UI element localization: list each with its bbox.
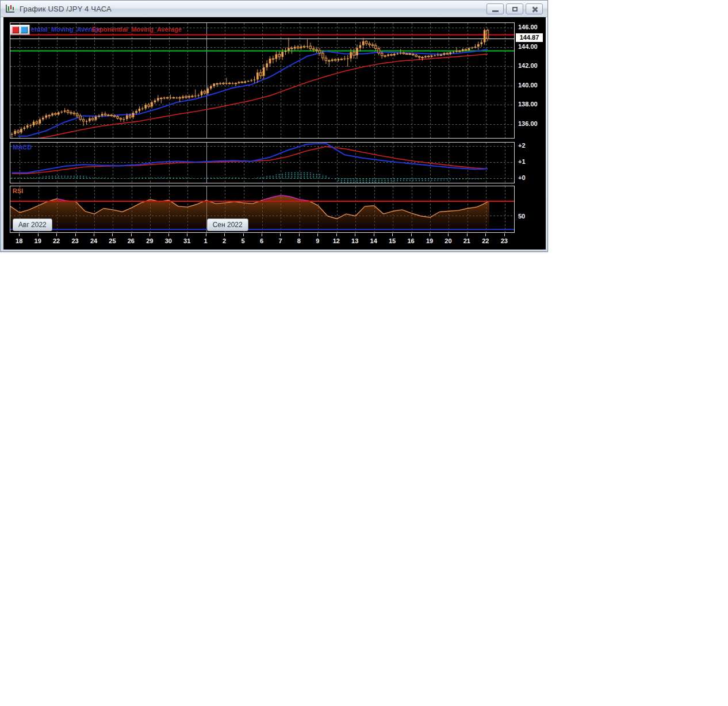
- date-tick-label: 24: [90, 237, 97, 244]
- ma-fast-legend: ential_Moving_Average: [31, 26, 101, 33]
- date-tick: [150, 233, 150, 236]
- date-tick: [38, 233, 39, 236]
- date-tick-label: 18: [16, 237, 22, 244]
- ma-slow-legend: Exponential_Moving_Average: [92, 26, 182, 33]
- date-tick: [448, 233, 449, 236]
- date-tick-label: 1: [204, 237, 208, 244]
- date-tick-label: 9: [316, 237, 319, 244]
- date-tick: [280, 233, 281, 236]
- date-tick-label: 31: [183, 237, 190, 244]
- date-tick: [94, 233, 94, 236]
- date-tick: [374, 233, 374, 236]
- chart-app-icon: [5, 4, 16, 13]
- rsi-tick-label: 50: [518, 213, 525, 220]
- date-tick-label: 26: [128, 237, 135, 244]
- date-tick-label: 19: [426, 237, 433, 244]
- window-title: График USD /JPY 4 ЧАСА: [20, 5, 112, 13]
- date-tick-label: 30: [165, 237, 172, 244]
- macd-panel: MACD: [10, 142, 515, 183]
- price-tick-label: 140.00: [518, 82, 538, 89]
- date-tick: [504, 233, 505, 236]
- date-tick: [243, 233, 244, 236]
- date-tick: [485, 233, 486, 236]
- chart-window: График USD /JPY 4 ЧАСА ential_Moving_Ave…: [0, 0, 548, 252]
- date-tick: [75, 233, 76, 236]
- price-tick-label: 142.00: [518, 62, 538, 69]
- date-tick-label: 14: [370, 237, 377, 244]
- month-button-sep[interactable]: Сен 2022: [207, 218, 248, 231]
- rsi-label: RSI: [13, 187, 23, 194]
- rsi-panel: RSI Авг 2022 Сен 2022: [10, 186, 515, 233]
- date-tick: [336, 233, 337, 236]
- macd-tick-label: +0: [518, 174, 526, 181]
- date-tick: [262, 233, 262, 236]
- ma-blue-toggle-button[interactable]: [21, 26, 28, 33]
- date-tick-label: 6: [260, 237, 263, 244]
- date-tick-label: 19: [35, 237, 41, 244]
- indicator-buttons: [10, 25, 30, 35]
- macd-label: MACD: [13, 144, 32, 151]
- window-controls: [486, 3, 543, 14]
- date-tick: [168, 233, 169, 236]
- date-tick-label: 13: [351, 237, 358, 244]
- date-tick: [19, 233, 20, 236]
- date-tick: [131, 233, 132, 236]
- date-tick-label: 16: [407, 237, 414, 244]
- date-tick-label: 23: [71, 237, 78, 244]
- price-tick-label: 138.00: [518, 101, 538, 108]
- macd-chart-canvas[interactable]: [10, 143, 514, 183]
- ma-red-toggle-button[interactable]: [12, 26, 19, 33]
- date-tick-label: 21: [463, 237, 470, 244]
- date-tick: [430, 233, 430, 236]
- date-tick: [187, 233, 187, 236]
- rsi-chart-canvas[interactable]: [10, 186, 514, 232]
- date-tick-label: 22: [53, 237, 60, 244]
- date-tick-label: 5: [241, 237, 244, 244]
- date-tick: [56, 233, 57, 236]
- date-tick-label: 15: [389, 237, 396, 244]
- date-tick: [317, 233, 318, 236]
- chart-client-area: ential_Moving_Average Exponential_Moving…: [3, 17, 546, 250]
- macd-tick-label: +2: [518, 142, 526, 149]
- date-tick-label: 29: [146, 237, 153, 244]
- close-button[interactable]: [526, 3, 543, 14]
- price-chart-canvas[interactable]: [10, 23, 514, 138]
- date-tick-label: 22: [482, 237, 489, 244]
- date-tick-label: 20: [445, 237, 451, 244]
- minimize-icon: [492, 10, 499, 12]
- price-tick-label: 144.00: [518, 43, 538, 50]
- date-tick-label: 25: [109, 237, 116, 244]
- date-tick: [299, 233, 300, 236]
- date-tick: [112, 233, 113, 236]
- date-tick-label: 2: [223, 237, 226, 244]
- date-tick: [411, 233, 412, 236]
- date-tick: [224, 233, 225, 236]
- date-tick-label: 12: [333, 237, 340, 244]
- date-tick-label: 8: [297, 237, 301, 244]
- maximize-icon: [512, 7, 518, 11]
- price-tick-label: 146.00: [518, 24, 538, 30]
- title-bar[interactable]: График USD /JPY 4 ЧАСА: [1, 1, 547, 17]
- date-tick: [392, 233, 393, 236]
- date-tick-label: 23: [501, 237, 508, 244]
- price-tick-label: 136.00: [518, 120, 538, 127]
- date-tick: [467, 233, 468, 236]
- date-tick: [206, 233, 206, 236]
- macd-tick-label: +1: [518, 158, 526, 165]
- minimize-button[interactable]: [486, 3, 504, 14]
- date-tick-label: 7: [278, 237, 282, 244]
- current-price-label: 144.87: [516, 33, 543, 42]
- date-tick: [355, 233, 355, 236]
- month-button-aug[interactable]: Авг 2022: [13, 218, 52, 231]
- maximize-button[interactable]: [506, 3, 523, 14]
- price-panel: ential_Moving_Average Exponential_Moving…: [10, 22, 515, 139]
